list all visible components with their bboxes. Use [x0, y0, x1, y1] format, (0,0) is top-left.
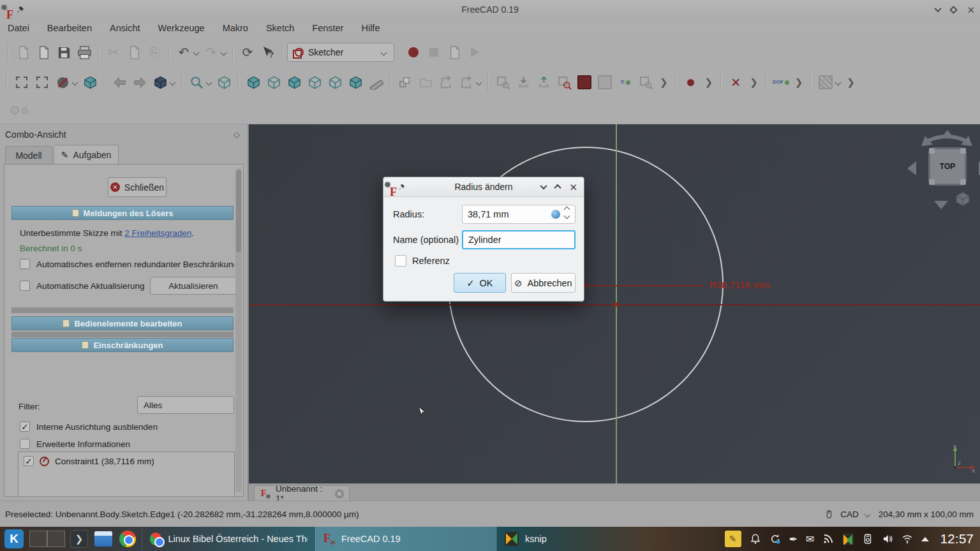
panel-scrollbar[interactable]: [235, 168, 242, 492]
nav-style-dropdown-icon[interactable]: [864, 511, 870, 517]
menu-datei[interactable]: Datei: [8, 23, 29, 33]
toolbar-overflow-4[interactable]: ❯: [791, 77, 807, 88]
navcube-mini-cube-icon[interactable]: [954, 191, 971, 207]
radius-spinner[interactable]: [565, 207, 569, 218]
spin-down-icon[interactable]: [564, 213, 570, 219]
document-tab[interactable]: F Unbenannt : 1* ✕: [254, 485, 350, 501]
cancel-button[interactable]: ⊘ Abbrechen: [511, 273, 575, 293]
expression-icon[interactable]: [551, 210, 560, 219]
create-point-icon[interactable]: [681, 72, 701, 92]
link-dropdown-icon[interactable]: [476, 79, 482, 85]
link-select-all-icon[interactable]: [554, 72, 574, 92]
updates-tray-icon[interactable]: [769, 533, 781, 545]
navcube-top-face[interactable]: TOP: [928, 147, 967, 186]
refresh-icon[interactable]: ⟳: [237, 42, 258, 62]
name-input[interactable]: Zylinder: [462, 230, 575, 249]
macro-record-icon[interactable]: [403, 42, 424, 62]
file-manager-launcher-icon[interactable]: [93, 529, 114, 549]
constraints-header[interactable]: Einschränkungen: [11, 338, 234, 352]
3d-viewport[interactable]: R38,7116 mm TOP Y X Z: [249, 124, 980, 483]
extended-info-checkbox-row[interactable]: Erweiterte Informationen: [20, 439, 130, 449]
browser-launcher-icon[interactable]: [117, 529, 138, 549]
update-button[interactable]: Aktualisieren: [150, 277, 237, 295]
undo-dropdown-icon[interactable]: [193, 49, 200, 55]
measure-distance-icon[interactable]: [366, 72, 386, 92]
dialog-titlebar[interactable]: F Radius ändern ✕: [383, 177, 584, 197]
clipping-plane-icon[interactable]: [52, 72, 73, 92]
desktop-2[interactable]: [47, 531, 65, 547]
auto-remove-checkbox-row[interactable]: Automatisches entfernen redundanter Besc…: [20, 259, 234, 269]
nav-back-icon[interactable]: [109, 72, 130, 92]
sketch-edit-tools-icon[interactable]: ⚙⚙: [9, 100, 29, 121]
view-bottom-icon[interactable]: [325, 72, 345, 92]
navcube-left-arrow[interactable]: [907, 161, 916, 175]
menu-fenster[interactable]: Fenster: [312, 23, 343, 33]
document-tab-close-icon[interactable]: ✕: [335, 489, 344, 499]
create-part-icon[interactable]: [395, 72, 415, 92]
macro-play-icon[interactable]: [464, 42, 485, 62]
close-task-button[interactable]: ✕ Schließen: [108, 177, 167, 197]
notes-tray-icon[interactable]: ✎: [725, 531, 741, 547]
tab-modell[interactable]: Modell: [5, 146, 52, 164]
select-view-cube-icon[interactable]: [80, 72, 100, 92]
skip-recompute-icon[interactable]: [595, 72, 615, 92]
isometric-dropdown-icon[interactable]: [170, 79, 176, 85]
view-rear-icon[interactable]: [304, 72, 325, 92]
redo-dropdown-icon[interactable]: [221, 49, 227, 55]
menu-sketch[interactable]: Sketch: [266, 23, 294, 33]
navcube-down-arrow[interactable]: [934, 201, 948, 209]
make-sub-link-icon[interactable]: [456, 72, 477, 92]
undo-icon[interactable]: ↶: [174, 42, 194, 62]
dialog-restore-icon[interactable]: [554, 184, 561, 191]
tray-expander-icon[interactable]: [921, 537, 929, 541]
virtual-desktop-pager[interactable]: [29, 531, 65, 547]
spin-up-icon[interactable]: [564, 207, 570, 213]
menu-werkzeuge[interactable]: Werkzeuge: [158, 23, 205, 33]
clipping-dropdown-icon[interactable]: [72, 79, 78, 85]
export-links-icon[interactable]: [533, 72, 554, 92]
view-right-icon[interactable]: [284, 72, 304, 92]
dof-visualization-icon[interactable]: DOF: [771, 72, 791, 92]
navigation-cube[interactable]: TOP: [906, 129, 980, 212]
radius-dimension-label[interactable]: R38,7116 mm: [709, 279, 770, 290]
desktop-1[interactable]: [29, 531, 47, 547]
dialog-close-icon[interactable]: ✕: [569, 182, 577, 192]
sketch-origin-point[interactable]: [614, 302, 618, 307]
print-icon[interactable]: [74, 42, 94, 62]
toolbar-overflow-5[interactable]: ❯: [843, 77, 859, 88]
virtual-space-dropdown-icon[interactable]: [835, 79, 842, 85]
menu-bearbeiten[interactable]: Bearbeiten: [47, 23, 92, 33]
ok-button[interactable]: ✓ OK: [454, 273, 506, 293]
close-window-button[interactable]: ✕: [967, 5, 975, 15]
menu-ansicht[interactable]: Ansicht: [110, 23, 140, 33]
task-freecad[interactable]: F FreeCAD 0.19: [315, 527, 496, 551]
network-tray-icon[interactable]: [902, 533, 913, 545]
feeds-tray-icon[interactable]: [822, 533, 834, 545]
whats-this-icon[interactable]: [258, 42, 278, 62]
zoom-dropdown-icon[interactable]: [206, 79, 212, 85]
save-icon[interactable]: [54, 42, 74, 62]
auto-update-checkbox[interactable]: [20, 281, 30, 291]
workbench-selector[interactable]: Sketcher: [287, 43, 394, 62]
make-link-icon[interactable]: [436, 72, 456, 92]
new-document-icon[interactable]: [13, 42, 33, 62]
maximize-button[interactable]: [950, 6, 958, 14]
paste-icon[interactable]: ⎘: [144, 42, 165, 62]
tab-aufgaben[interactable]: ✎ Aufgaben: [54, 145, 119, 164]
copy-icon[interactable]: [124, 42, 144, 62]
toolbar-overflow-2[interactable]: ❯: [701, 77, 717, 88]
dof-link[interactable]: 2 Freiheitsgraden: [124, 228, 191, 238]
isometric-view-icon[interactable]: [150, 72, 170, 92]
task-ksnip[interactable]: ksnip: [496, 527, 678, 551]
mail-tray-icon[interactable]: ✉: [806, 533, 814, 545]
box-selection-icon[interactable]: [11, 72, 32, 92]
auto-remove-checkbox[interactable]: [20, 259, 30, 269]
nav-forward-icon[interactable]: [130, 72, 150, 92]
toolbar-overflow-1[interactable]: ❯: [656, 77, 672, 88]
auto-update-checkbox-row[interactable]: Automatische Aktualisierung: [20, 281, 145, 291]
panel-scrollbar-thumb[interactable]: [236, 170, 241, 253]
dialog-minimize-icon[interactable]: [540, 182, 547, 189]
macro-stop-icon[interactable]: [424, 42, 444, 62]
create-group-icon[interactable]: [415, 72, 436, 92]
menu-hilfe[interactable]: Hilfe: [361, 23, 380, 33]
